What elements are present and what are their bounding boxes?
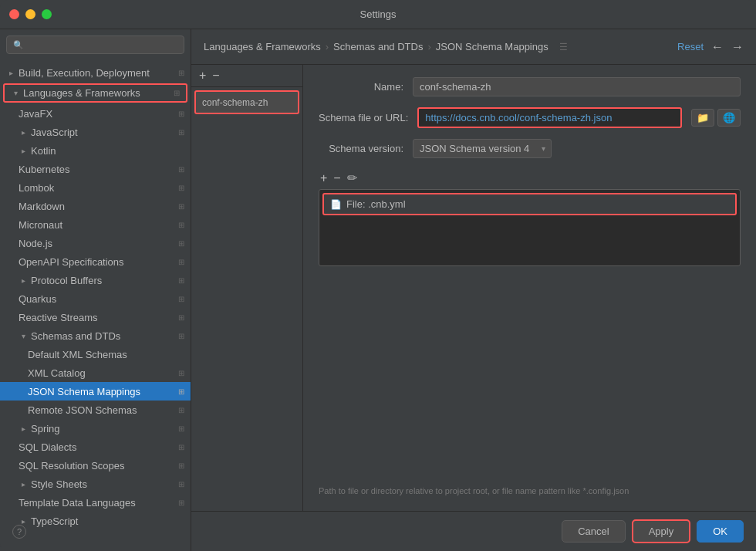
chevron-icon [19, 479, 28, 488]
sidebar-item-remote-json-schemas[interactable]: Remote JSON Schemas ⊞ [0, 401, 191, 419]
sidebar-item-kotlin[interactable]: Kotlin [0, 141, 191, 160]
sidebar-item-label: Reactive Streams [19, 312, 98, 323]
sidebar-item-xml-catalog[interactable]: XML Catalog ⊞ [0, 363, 191, 382]
schema-url-input[interactable] [417, 107, 682, 128]
file-icon: 📄 [330, 199, 342, 210]
window-controls [9, 9, 52, 19]
settings-icon: ⊞ [178, 406, 184, 414]
help-button[interactable]: ? [12, 525, 26, 539]
refresh-button[interactable]: 🌐 [717, 109, 741, 127]
sidebar-item-protocol-buffers[interactable]: Protocol Buffers ⊞ [0, 271, 191, 289]
sidebar-item-spring[interactable]: Spring ⊞ [0, 419, 191, 438]
main-content: 🔍 Build, Execution, Deployment ⊞ Languag… [0, 29, 756, 551]
sidebar-item-openapi[interactable]: OpenAPI Specifications ⊞ [0, 252, 191, 271]
mapping-list-panel: + − conf-schema-zh [191, 65, 303, 511]
breadcrumb-sep-1: › [326, 41, 329, 52]
settings-icon: ⊞ [178, 480, 184, 488]
settings-icon: ⊞ [178, 295, 184, 303]
content-area: + − conf-schema-zh Name: [191, 65, 756, 511]
settings-icon: ⊞ [178, 258, 184, 266]
search-icon: 🔍 [13, 40, 24, 50]
sidebar-item-label: Remote JSON Schemas [28, 404, 137, 416]
remove-mapping-button[interactable]: − [211, 69, 221, 82]
window-title: Settings [360, 8, 397, 20]
breadcrumb-actions: Reset ← → [677, 40, 744, 54]
sidebar-item-sql-dialects[interactable]: SQL Dialects ⊞ [0, 438, 191, 456]
settings-icon: ⊞ [178, 369, 184, 377]
edit-file-button[interactable]: ✏ [346, 172, 359, 184]
file-item-cnb-yml[interactable]: 📄 File: .cnb.yml [322, 193, 737, 215]
hint-text: Path to file or directory relative to pr… [319, 486, 629, 495]
mapping-item-conf-schema-zh[interactable]: conf-schema-zh [194, 90, 299, 114]
sidebar-item-label: JSON Schema Mappings [28, 386, 140, 397]
cancel-button[interactable]: Cancel [562, 520, 625, 543]
maximize-button[interactable] [42, 9, 52, 19]
sidebar-item-nodejs[interactable]: Node.js ⊞ [0, 234, 191, 252]
settings-icon: ⊞ [178, 276, 184, 285]
breadcrumb-icon: ☰ [559, 42, 568, 52]
sidebar-item-label: JavaFX [19, 108, 52, 120]
back-button[interactable]: ← [711, 40, 724, 54]
sidebar-item-label: Quarkus [19, 293, 56, 305]
sidebar-item-style-sheets[interactable]: Style Sheets ⊞ [0, 475, 191, 493]
minimize-button[interactable] [25, 9, 35, 19]
remove-file-button[interactable]: − [332, 172, 342, 184]
version-select[interactable]: JSON Schema version 4 JSON Schema versio… [413, 139, 552, 158]
sidebar-item-label: Protocol Buffers [31, 275, 102, 286]
add-mapping-button[interactable]: + [197, 69, 208, 82]
files-list: 📄 File: .cnb.yml [319, 189, 741, 266]
settings-icon: ⊞ [178, 499, 184, 507]
settings-icon: ⊞ [178, 443, 184, 451]
forward-button[interactable]: → [731, 40, 744, 54]
settings-icon: ⊞ [178, 110, 184, 118]
sidebar-item-json-schema-mappings[interactable]: JSON Schema Mappings ⊞ [0, 382, 191, 401]
search-input[interactable] [29, 39, 177, 50]
sidebar-item-label: Template Data Languages [19, 497, 136, 509]
sidebar-item-micronaut[interactable]: Micronaut ⊞ [0, 215, 191, 234]
sidebar-item-lombok[interactable]: Lombok ⊞ [0, 178, 191, 197]
sidebar-item-kubernetes[interactable]: Kubernetes ⊞ [0, 160, 191, 178]
close-button[interactable] [9, 9, 19, 19]
sidebar-item-label: Node.js [19, 238, 52, 249]
apply-button[interactable]: Apply [632, 519, 691, 543]
reset-button[interactable]: Reset [677, 41, 704, 52]
settings-icon: ⊞ [178, 313, 184, 322]
schema-url-label: Schema file or URL: [319, 112, 408, 123]
name-input[interactable] [413, 77, 741, 96]
sidebar-item-default-xml[interactable]: Default XML Schemas [0, 345, 191, 363]
files-section: + − ✏ 📄 File: .cnb.yml [319, 172, 741, 266]
settings-window: Settings 🔍 Build, Execution, Deployment … [0, 0, 756, 551]
settings-icon: ⊞ [178, 221, 184, 229]
sidebar-item-template-data[interactable]: Template Data Languages ⊞ [0, 493, 191, 512]
settings-icon: ⊞ [178, 128, 184, 137]
files-toolbar: + − ✏ [319, 172, 741, 184]
sidebar-item-languages-frameworks[interactable]: Languages & Frameworks ⊞ [3, 83, 187, 103]
sidebar-item-reactive-streams[interactable]: Reactive Streams ⊞ [0, 308, 191, 326]
chevron-icon [19, 424, 28, 433]
sidebar-item-typescript[interactable]: TypeScript [0, 512, 191, 530]
settings-icon: ⊞ [178, 69, 184, 77]
settings-icon: ⊞ [178, 184, 184, 192]
sidebar-item-javascript[interactable]: JavaScript ⊞ [0, 123, 191, 141]
search-box[interactable]: 🔍 [6, 35, 184, 54]
add-file-button[interactable]: + [319, 172, 329, 184]
mapping-toolbar: + − [191, 65, 302, 87]
settings-icon: ⊞ [178, 387, 184, 396]
sidebar-list: Build, Execution, Deployment ⊞ Languages… [0, 60, 191, 551]
sidebar-item-sql-resolution[interactable]: SQL Resolution Scopes ⊞ [0, 456, 191, 475]
sidebar-item-quarkus[interactable]: Quarkus ⊞ [0, 289, 191, 308]
question-mark-icon: ? [17, 527, 22, 536]
sidebar-item-label: Kubernetes [19, 164, 70, 175]
browse-file-button[interactable]: 📁 [691, 109, 714, 127]
sidebar-item-build-execution[interactable]: Build, Execution, Deployment ⊞ [0, 63, 191, 82]
sidebar-item-label: Languages & Frameworks [23, 87, 140, 99]
ok-button[interactable]: OK [697, 520, 744, 543]
breadcrumb-bar: Languages & Frameworks › Schemas and DTD… [191, 29, 756, 65]
chevron-icon [19, 146, 28, 155]
sidebar-item-javafx[interactable]: JavaFX ⊞ [0, 104, 191, 123]
sidebar-item-markdown[interactable]: Markdown ⊞ [0, 197, 191, 215]
sidebar-item-label: XML Catalog [28, 367, 86, 379]
chevron-icon [6, 68, 15, 77]
folder-icon: 📁 [697, 112, 709, 123]
sidebar-item-schemas-dtds[interactable]: Schemas and DTDs ⊞ [0, 326, 191, 345]
